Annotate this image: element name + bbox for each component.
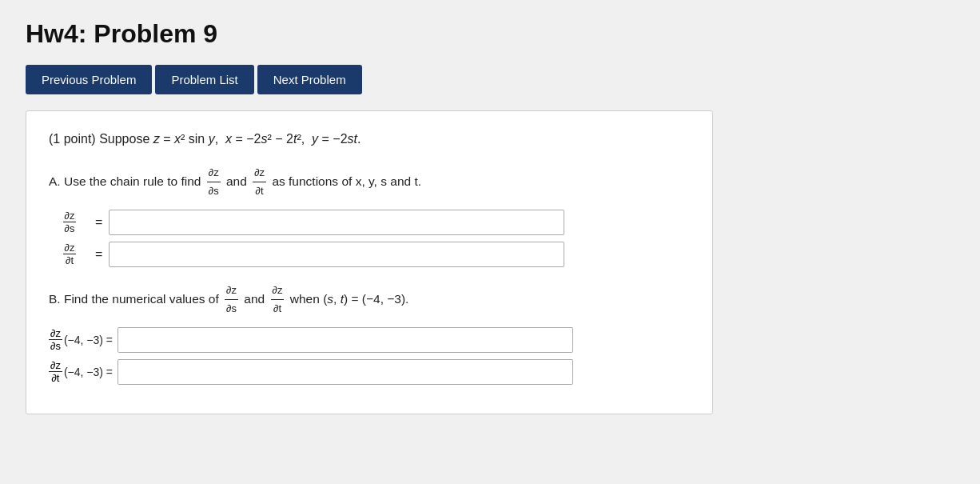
a-equals1: =	[95, 215, 102, 230]
nav-buttons: Previous Problem Problem List Next Probl…	[26, 65, 954, 94]
a-frac2-label: ∂z ∂t	[49, 242, 90, 266]
section-a-row2: ∂z ∂t =	[49, 242, 690, 267]
next-problem-button[interactable]: Next Problem	[257, 65, 362, 94]
problem-statement: (1 point) Suppose z = x² sin y, x = −2s²…	[49, 129, 690, 150]
a-input1[interactable]	[109, 210, 564, 235]
problem-box: (1 point) Suppose z = x² sin y, x = −2s²…	[26, 110, 713, 414]
a-frac1-top: ∂z	[63, 210, 77, 222]
problem-points: (1 point)	[49, 132, 96, 146]
a-input2[interactable]	[109, 242, 564, 267]
b-frac1-top: ∂z	[49, 327, 62, 340]
section-b-frac1-top: ∂z	[225, 282, 238, 300]
section-b-frac2-top: ∂z	[271, 282, 285, 300]
section-a-label: A. Use the chain rule to find ∂z ∂s and …	[49, 164, 690, 200]
section-a-frac2-top: ∂z	[253, 164, 266, 182]
b-row2-arg: (−4, −3) =	[64, 366, 113, 378]
a-frac1-bot: ∂s	[63, 222, 77, 234]
a-frac2-bot: ∂t	[64, 254, 75, 266]
section-b-label: B. Find the numerical values of ∂z ∂s an…	[49, 282, 690, 318]
page-title: Hw4: Problem 9	[26, 19, 954, 49]
b-row1-arg: (−4, −3) =	[64, 334, 113, 346]
section-a-frac2-bot: ∂t	[254, 182, 265, 200]
section-a-frac1-bot: ∂s	[207, 182, 221, 200]
section-b-row1: ∂z ∂s (−4, −3) =	[49, 327, 690, 353]
section-a-frac1-top: ∂z	[207, 164, 221, 182]
b-input2[interactable]	[118, 359, 573, 385]
section-a-row1: ∂z ∂s =	[49, 210, 690, 235]
a-frac1-label: ∂z ∂s	[49, 210, 90, 234]
prev-problem-button[interactable]: Previous Problem	[26, 65, 152, 94]
section-b-row2: ∂z ∂t (−4, −3) =	[49, 359, 690, 385]
b-frac1-bot: ∂s	[49, 340, 62, 352]
a-equals2: =	[95, 247, 102, 262]
a-frac2-top: ∂z	[63, 242, 77, 254]
section-b-frac2-bot: ∂t	[272, 300, 283, 318]
problem-list-button[interactable]: Problem List	[155, 65, 253, 94]
b-input1[interactable]	[118, 327, 573, 353]
b-frac2-bot: ∂t	[50, 372, 61, 384]
section-b-frac1-bot: ∂s	[225, 300, 238, 318]
b-frac2-top: ∂z	[49, 359, 62, 372]
